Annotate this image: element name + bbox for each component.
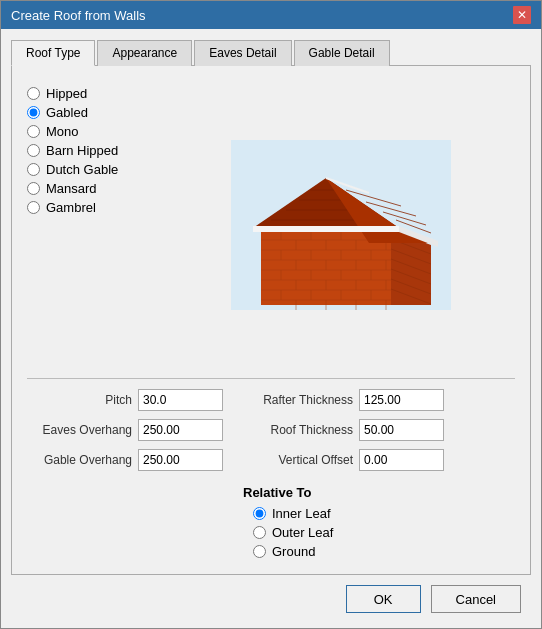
ground-radio[interactable] [253,545,266,558]
list-item[interactable]: Ground [253,544,444,559]
roof-type-radio-group: Hipped Gabled Mono Barn Hipped [27,81,167,368]
list-item[interactable]: Outer Leaf [253,525,444,540]
inner-leaf-label: Inner Leaf [272,506,331,521]
hipped-radio[interactable] [27,87,40,100]
roof-thickness-row: Roof Thickness [243,419,444,441]
roof-type-area: Hipped Gabled Mono Barn Hipped [27,81,515,368]
relative-to-section: Relative To Inner Leaf Outer Leaf [243,485,444,559]
ground-label: Ground [272,544,315,559]
ok-button[interactable]: OK [346,585,421,613]
pitch-label: Pitch [27,393,132,407]
list-item[interactable]: Mansard [27,181,167,196]
eaves-overhang-row: Eaves Overhang [27,419,223,441]
hipped-label: Hipped [46,86,87,101]
list-item[interactable]: Barn Hipped [27,143,167,158]
vertical-offset-row: Vertical Offset [243,449,444,471]
barn-hipped-label: Barn Hipped [46,143,118,158]
gabled-label: Gabled [46,105,88,120]
svg-rect-58 [253,226,399,232]
gable-overhang-row: Gable Overhang [27,449,223,471]
pitch-row: Pitch [27,389,223,411]
outer-leaf-label: Outer Leaf [272,525,333,540]
pitch-input[interactable] [138,389,223,411]
rafter-thickness-label: Rafter Thickness [243,393,353,407]
fields-area: Pitch Eaves Overhang Gable Overhang Raft [27,389,515,559]
list-item[interactable]: Inner Leaf [253,506,444,521]
gabled-radio[interactable] [27,106,40,119]
roof-thickness-label: Roof Thickness [243,423,353,437]
tab-content-roof-type: Hipped Gabled Mono Barn Hipped [11,66,531,575]
eaves-overhang-label: Eaves Overhang [27,423,132,437]
dutch-gable-label: Dutch Gable [46,162,118,177]
tab-appearance[interactable]: Appearance [97,40,192,66]
roof-image [231,140,451,310]
create-roof-dialog: Create Roof from Walls ✕ Roof Type Appea… [0,0,542,629]
rafter-thickness-input[interactable] [359,389,444,411]
inner-leaf-radio[interactable] [253,507,266,520]
eaves-overhang-input[interactable] [138,419,223,441]
tab-gable-detail[interactable]: Gable Detail [294,40,390,66]
gambrel-label: Gambrel [46,200,96,215]
roof-thickness-input[interactable] [359,419,444,441]
gable-overhang-input[interactable] [138,449,223,471]
gable-overhang-label: Gable Overhang [27,453,132,467]
list-item[interactable]: Hipped [27,86,167,101]
rafter-thickness-row: Rafter Thickness [243,389,444,411]
tab-bar: Roof Type Appearance Eaves Detail Gable … [11,39,531,66]
gambrel-radio[interactable] [27,201,40,214]
barn-hipped-radio[interactable] [27,144,40,157]
tab-eaves-detail[interactable]: Eaves Detail [194,40,291,66]
vertical-offset-input[interactable] [359,449,444,471]
divider [27,378,515,379]
list-item[interactable]: Gambrel [27,200,167,215]
dialog-title: Create Roof from Walls [11,8,146,23]
list-item[interactable]: Gabled [27,105,167,120]
list-item[interactable]: Dutch Gable [27,162,167,177]
dutch-gable-radio[interactable] [27,163,40,176]
relative-to-options: Inner Leaf Outer Leaf Ground [253,506,444,559]
title-bar: Create Roof from Walls ✕ [1,1,541,29]
fields-left: Pitch Eaves Overhang Gable Overhang [27,389,223,559]
relative-to-title: Relative To [243,485,444,500]
dialog-content: Roof Type Appearance Eaves Detail Gable … [1,29,541,628]
button-row: OK Cancel [11,575,531,618]
list-item[interactable]: Mono [27,124,167,139]
tab-roof-type[interactable]: Roof Type [11,40,95,66]
outer-leaf-radio[interactable] [253,526,266,539]
cancel-button[interactable]: Cancel [431,585,521,613]
mansard-label: Mansard [46,181,97,196]
roof-preview [167,81,515,368]
mono-radio[interactable] [27,125,40,138]
vertical-offset-label: Vertical Offset [243,453,353,467]
close-button[interactable]: ✕ [513,6,531,24]
mono-label: Mono [46,124,79,139]
mansard-radio[interactable] [27,182,40,195]
fields-right: Rafter Thickness Roof Thickness Vertical… [243,389,444,559]
